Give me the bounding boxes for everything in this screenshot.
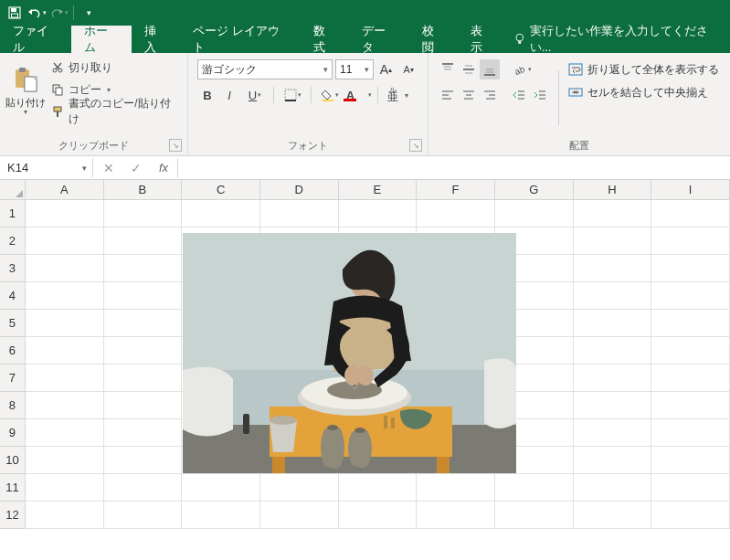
cell[interactable] [651, 200, 730, 227]
row-header[interactable]: 11 [0, 474, 26, 502]
cell[interactable] [417, 502, 495, 529]
cell[interactable] [651, 227, 730, 255]
col-header[interactable]: A [26, 180, 104, 199]
cell[interactable] [104, 255, 183, 282]
cell[interactable] [260, 502, 339, 529]
tab-formulas[interactable]: 数式 [301, 26, 349, 53]
cell[interactable] [651, 474, 730, 502]
align-top-icon[interactable] [438, 59, 458, 79]
cell[interactable] [26, 365, 104, 392]
align-left-icon[interactable] [438, 85, 458, 105]
cell[interactable] [104, 227, 183, 255]
row-header[interactable]: 5 [0, 310, 26, 337]
cell[interactable] [104, 337, 183, 365]
cell[interactable] [260, 474, 339, 502]
cell[interactable] [651, 392, 730, 419]
cell[interactable] [182, 200, 260, 227]
save-icon[interactable] [5, 3, 25, 23]
orientation-button[interactable]: ab▾ [509, 59, 536, 79]
cell[interactable] [104, 502, 183, 529]
row-header[interactable]: 2 [0, 227, 26, 255]
col-header[interactable]: B [104, 180, 183, 199]
cell[interactable] [26, 337, 104, 365]
cell[interactable] [574, 447, 652, 474]
format-painter-button[interactable]: 書式のコピー/貼り付け [50, 101, 180, 122]
cell[interactable] [651, 502, 730, 529]
cell[interactable] [104, 447, 183, 474]
cell[interactable] [651, 255, 730, 282]
tab-pagelayout[interactable]: ページ レイアウト [180, 26, 301, 53]
formula-input[interactable] [178, 156, 730, 179]
cell[interactable] [26, 227, 104, 255]
cell[interactable] [104, 200, 183, 227]
row-header[interactable]: 1 [0, 200, 26, 227]
merge-center-button[interactable]: セルを結合して中央揃え [567, 82, 719, 102]
col-header[interactable]: F [417, 180, 495, 199]
row-header[interactable]: 3 [0, 255, 26, 282]
underline-button[interactable]: U▾ [241, 85, 269, 105]
col-header[interactable]: I [651, 180, 730, 199]
cell[interactable] [182, 474, 260, 502]
col-header[interactable]: D [260, 180, 339, 199]
cell[interactable] [574, 502, 652, 529]
cell[interactable] [574, 474, 652, 502]
cell[interactable] [260, 200, 339, 227]
cell[interactable] [495, 502, 574, 529]
col-header[interactable]: E [339, 180, 418, 199]
name-box[interactable]: K14▾ [2, 158, 93, 177]
cell[interactable] [104, 282, 183, 310]
cell[interactable] [26, 502, 104, 529]
align-middle-icon[interactable] [459, 59, 479, 79]
cell[interactable] [339, 474, 418, 502]
cell[interactable] [182, 502, 260, 529]
cell[interactable] [574, 337, 652, 365]
cell[interactable] [26, 474, 104, 502]
qat-customize-icon[interactable]: ▾ [79, 3, 99, 23]
cell[interactable] [651, 419, 730, 447]
tab-file[interactable]: ファイル [0, 26, 71, 53]
cell[interactable] [104, 392, 183, 419]
cell[interactable] [651, 282, 730, 310]
cell[interactable] [651, 337, 730, 365]
increase-font-icon[interactable]: A▴ [376, 59, 397, 79]
italic-button[interactable]: I [219, 85, 239, 105]
cell[interactable] [574, 282, 652, 310]
wrap-text-button[interactable]: 折り返して全体を表示する [567, 59, 719, 79]
tab-data[interactable]: データ [349, 26, 409, 53]
row-header[interactable]: 7 [0, 365, 26, 392]
cell[interactable] [26, 392, 104, 419]
row-header[interactable]: 8 [0, 392, 26, 419]
cell[interactable] [104, 419, 183, 447]
cell[interactable] [574, 365, 652, 392]
cell[interactable] [26, 310, 104, 337]
font-name-combo[interactable]: 游ゴシック▾ [197, 59, 333, 79]
worksheet-grid[interactable]: A B C D E F G H I 123456789101112 [0, 180, 730, 560]
row-header[interactable]: 10 [0, 447, 26, 474]
row-header[interactable]: 4 [0, 282, 26, 310]
col-header[interactable]: G [495, 180, 574, 199]
cell[interactable] [104, 365, 183, 392]
cell[interactable] [574, 227, 652, 255]
fill-color-button[interactable]: ▾ [316, 85, 344, 105]
cell[interactable] [651, 365, 730, 392]
tell-me-search[interactable]: 実行したい作業を入力してください... [506, 26, 730, 53]
cell[interactable] [651, 310, 730, 337]
phonetic-button[interactable]: ル亜 [383, 85, 403, 105]
decrease-font-icon[interactable]: A▾ [398, 59, 418, 79]
cell[interactable] [574, 419, 652, 447]
paste-button[interactable]: 貼り付け ▾ [4, 56, 47, 124]
row-header[interactable]: 6 [0, 337, 26, 365]
fx-icon[interactable]: fx [150, 161, 177, 174]
increase-indent-icon[interactable] [530, 85, 550, 105]
undo-icon[interactable]: ▾ [26, 3, 47, 23]
cut-button[interactable]: 切り取り [50, 58, 180, 78]
tab-insert[interactable]: 挿入 [132, 26, 180, 53]
cell[interactable] [26, 447, 104, 474]
cell[interactable] [104, 310, 183, 337]
cell[interactable] [104, 474, 183, 502]
tab-review[interactable]: 校閲 [409, 26, 458, 53]
cell[interactable] [574, 392, 652, 419]
font-size-combo[interactable]: 11▾ [335, 59, 374, 79]
embedded-picture[interactable] [183, 233, 516, 473]
cell[interactable] [495, 200, 574, 227]
